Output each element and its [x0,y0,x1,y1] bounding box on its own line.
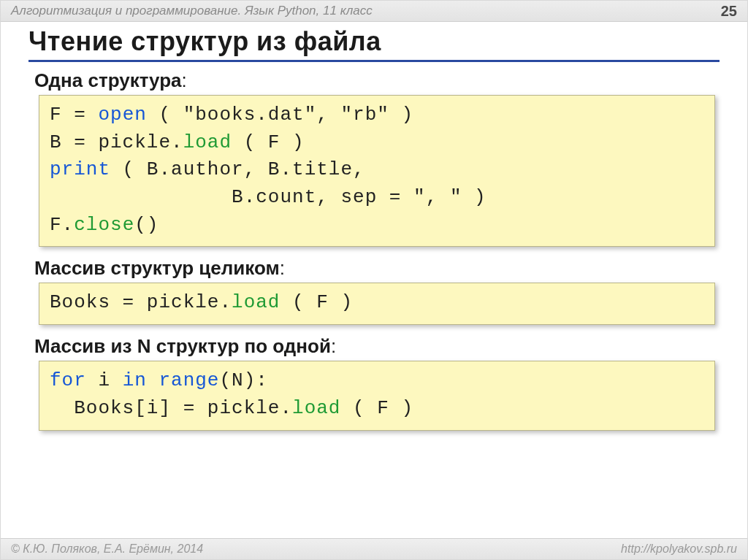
slide-title: Чтение структур из файла [28,26,720,62]
code-text: ( F ) [280,291,353,313]
code-text: B = pickle. [50,131,183,153]
page-number: 25 [721,3,737,20]
code-method: close [74,214,134,236]
footer-url: http://kpolyakov.spb.ru [621,542,737,556]
code-text: ( F ) [232,131,305,153]
code-block-3: for i in range(N): Books[i] = pickle.loa… [39,361,715,430]
code-keyword: open [98,104,146,126]
code-text: (N): [219,369,267,391]
code-block-1: F = open ( "books.dat", "rb" ) B = pickl… [39,95,715,247]
content-area: Чтение структур из файла Одна структура:… [1,22,747,431]
code-method: load [232,291,280,313]
subheading-1: Одна структура: [34,69,720,92]
footer-bar: © К.Ю. Поляков, Е.А. Ерёмин, 2014 http:/… [1,538,747,559]
code-keyword: range [159,369,219,391]
subheading-3-colon: : [331,335,336,357]
slide: Алгоритмизация и программирование. Язык … [0,0,748,560]
code-text: B.count, sep = ", " ) [50,186,486,208]
code-text [147,369,159,391]
code-keyword: in [123,369,147,391]
subheading-1-text: Одна структура [34,69,182,91]
subheading-3: Массив из N структур по одной: [34,335,720,358]
subheading-2-colon: : [280,257,285,279]
code-text: Books = pickle. [50,291,232,313]
code-method: load [183,131,232,153]
subheading-3-text: Массив из N структур по одной [34,335,331,357]
subheading-2: Массив структур целиком: [34,257,720,280]
code-text: ( "books.dat", "rb" ) [147,104,413,126]
subheading-2-text: Массив структур целиком [34,257,280,279]
code-text: i [86,369,123,391]
code-keyword: print [50,158,110,180]
code-keyword: for [50,369,86,391]
header-bar: Алгоритмизация и программирование. Язык … [1,1,747,22]
subheading-1-colon: : [182,69,187,91]
code-text: () [134,214,159,236]
code-text: ( B.author, B.title, [110,158,365,180]
code-text: F. [50,214,74,236]
code-text: ( F ) [340,397,413,419]
code-text: Books[i] = pickle. [50,397,292,419]
course-title: Алгоритмизация и программирование. Язык … [11,4,373,18]
code-method: load [292,397,340,419]
code-text: F = [50,104,98,126]
copyright: © К.Ю. Поляков, Е.А. Ерёмин, 2014 [11,542,203,556]
code-block-2: Books = pickle.load ( F ) [39,283,715,325]
